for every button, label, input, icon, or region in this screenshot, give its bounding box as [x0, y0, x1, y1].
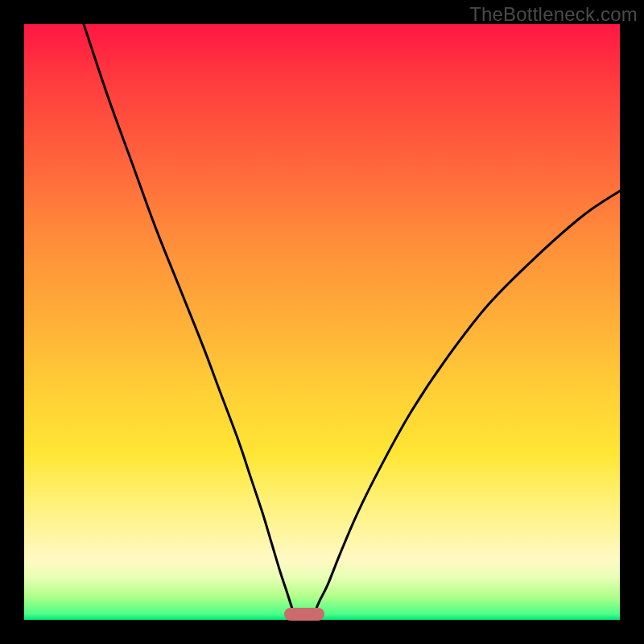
curve-svg [24, 24, 620, 620]
watermark-text: TheBottleneck.com [469, 3, 638, 26]
plot-area [24, 24, 620, 620]
chart-frame: TheBottleneck.com [0, 0, 644, 644]
minimum-marker [284, 608, 324, 621]
curve-left-branch [84, 24, 294, 614]
curve-right-branch [314, 191, 620, 613]
